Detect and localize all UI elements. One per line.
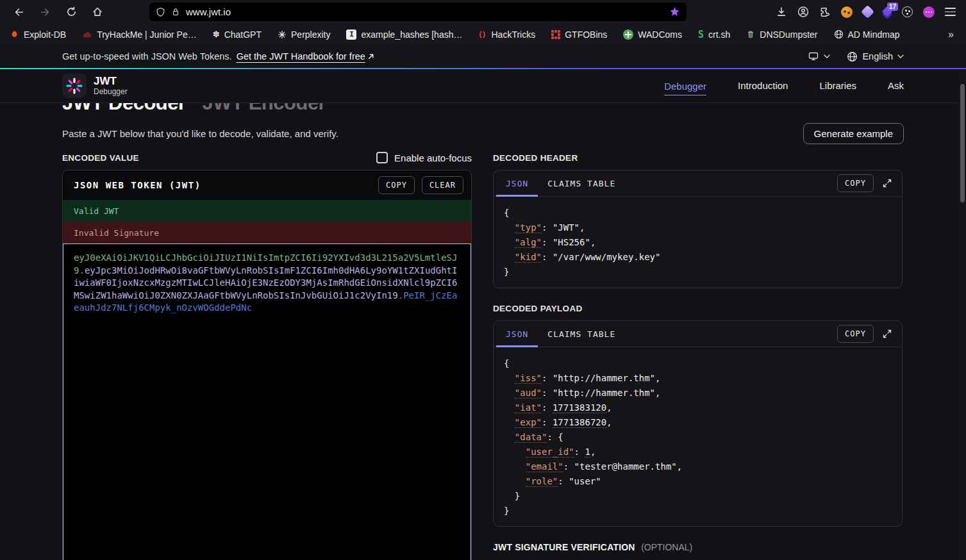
autofocus-checkbox[interactable] [376,152,388,163]
copy-payload-button[interactable]: COPY [837,325,874,343]
clear-token-button[interactable]: CLEAR [422,176,463,194]
expand-payload-icon[interactable] [883,329,892,338]
jwt-logo-icon[interactable] [62,74,87,98]
nav-ask[interactable]: Ask [888,80,904,92]
encoded-value-label: ENCODED VALUE [62,153,139,163]
jwt-token-text: eyJ0eXAiOiJKV1QiLCJhbGciOiJIUzI1NiIsImtp… [74,252,460,315]
promo-banner: Get up-to-speed with JSON Web Tokens. Ge… [0,45,966,69]
back-icon[interactable] [13,6,24,18]
bookmark-chatgpt[interactable]: ✽ ChatGPT [213,29,262,40]
tab-payload-json[interactable]: JSON [496,321,538,347]
decoded-header-panel: JSON CLAIMS TABLE COPY { "typ": "JWT", "… [493,170,903,288]
signature-verification-title: JWT SIGNATURE VERIFICATION [493,542,635,552]
bookmark-perplexity[interactable]: Perplexity [278,29,330,40]
crtsh-icon: S [698,29,704,40]
hashcat-icon: I [346,29,356,40]
external-link-icon [367,53,374,60]
account-icon[interactable] [797,6,809,18]
extension-badge: 17 [887,3,898,11]
encoded-token-panel: JSON WEB TOKEN (JWT) COPY CLEAR Valid JW… [62,170,472,560]
decoded-header-label: DECODED HEADER [493,153,578,163]
autofocus-label: Enable auto-focus [394,152,472,163]
bookmark-ad-mindmap[interactable]: AD Mindmap [834,29,900,40]
jwt-token-input[interactable]: eyJ0eXAiOiJKV1QiLCJhbGciOiJIUzI1NiIsImtp… [63,243,471,560]
bookmark-dnsdumpster[interactable]: DNSDumpster [746,29,817,40]
extension-gradient-diamond-icon[interactable] [861,5,874,19]
url-bar[interactable]: www.jwt.io [149,3,687,21]
logo-subtitle: Debugger [94,87,128,96]
bookmark-wadcoms[interactable]: WADComs [623,29,682,40]
decoded-payload-label: DECODED PAYLOAD [493,304,583,313]
encoded-panel-title: JSON WEB TOKEN (JWT) [74,180,201,190]
copy-header-button[interactable]: COPY [837,174,874,192]
lock-icon[interactable] [171,7,180,17]
site-nav: Debugger Introduction Libraries Ask [664,80,904,92]
bookmark-crtsh[interactable]: S crt.sh [698,29,730,40]
ad-mindmap-globe-icon [834,29,844,39]
handbook-link[interactable]: Get the JWT Handbook for free [237,51,365,62]
perplexity-icon [278,30,287,39]
scrollbar-thumb[interactable] [960,84,965,202]
decoded-payload-panel: JSON CLAIMS TABLE COPY { "iss": "http://… [493,320,903,527]
bookmark-star-icon[interactable] [669,6,680,17]
bookmarks-overflow-chevron[interactable]: » [948,29,956,40]
invalid-signature-banner: Invalid Signature [63,222,471,243]
decoded-payload-json: { "iss": "http://hammer.thm", "aud": "ht… [494,347,902,527]
banner-text: Get up-to-speed with JSON Web Tokens. [62,51,232,62]
extension-magenta-icon[interactable] [923,6,935,18]
dnsdumpster-icon [746,29,755,39]
theme-selector[interactable] [808,51,830,62]
expand-header-icon[interactable] [883,179,892,188]
bookmark-example-hashes[interactable]: I example_hashes [hash… [346,29,462,40]
menu-icon[interactable] [945,8,956,16]
extension-orange-icon[interactable] [841,6,853,18]
scrollbar[interactable] [958,69,966,560]
chatgpt-icon: ✽ [213,30,220,38]
site-header: JWT Debugger Debugger Introduction Libra… [0,69,966,103]
home-icon[interactable] [92,6,103,18]
decoded-header-json: { "typ": "JWT", "alg": "HS256", "kid": "… [494,197,902,288]
globe-icon [847,51,858,62]
extensions-puzzle-icon[interactable] [819,6,831,18]
decoded-column: DECODED HEADER JSON CLAIMS TABLE COPY { … [493,147,903,560]
tryhackme-icon [82,30,92,39]
nav-debugger[interactable]: Debugger [664,81,706,95]
hacktricks-icon [478,30,487,39]
shield-icon[interactable] [156,7,165,17]
bookmark-exploit-db[interactable]: Exploit-DB [10,29,66,40]
generate-example-button[interactable]: Generate example [803,123,904,144]
extension-wappalyzer-icon[interactable]: 17 [883,8,892,17]
exploit-db-icon [10,29,19,39]
logo-title: JWT [94,76,128,87]
main-content: JWT Decoder JWT Encoder Paste a JWT belo… [0,92,966,560]
tab-header-claims-table[interactable]: CLAIMS TABLE [538,170,625,196]
tab-payload-claims-table[interactable]: CLAIMS TABLE [538,321,625,347]
language-label: English [862,51,893,62]
copy-token-button[interactable]: COPY [378,176,415,194]
language-selector[interactable]: English [847,51,904,62]
chevron-down-icon [824,54,830,58]
signature-optional-label: (OPTIONAL) [641,542,692,552]
bookmark-hacktricks[interactable]: HackTricks [478,29,535,40]
page-subtitle: Paste a JWT below that you'd like to dec… [62,128,338,139]
encoded-column: ENCODED VALUE Enable auto-focus JSON WEB… [62,147,472,560]
autofocus-toggle[interactable]: Enable auto-focus [376,152,472,163]
wadcoms-icon [623,29,633,40]
bookmark-gtfobins[interactable]: GTFOBins [551,29,607,40]
nav-introduction[interactable]: Introduction [738,80,788,92]
bookmark-tryhackme[interactable]: TryHackMe | Junior Pe… [82,29,197,40]
nav-libraries[interactable]: Libraries [819,80,856,92]
reload-icon[interactable] [65,6,77,18]
valid-jwt-banner: Valid JWT [63,200,471,222]
chevron-down-icon [897,54,904,58]
downloads-icon[interactable] [776,6,787,18]
monitor-icon [808,51,819,62]
tab-header-json[interactable]: JSON [496,170,538,196]
bookmarks-bar: Exploit-DB TryHackMe | Junior Pe… ✽ Chat… [0,24,966,45]
url-text[interactable]: www.jwt.io [186,6,663,17]
extension-cookie-icon[interactable] [902,6,913,17]
gtfobins-icon [551,30,560,39]
browser-toolbar: www.jwt.io 17 [0,0,966,24]
forward-icon[interactable] [39,6,51,18]
